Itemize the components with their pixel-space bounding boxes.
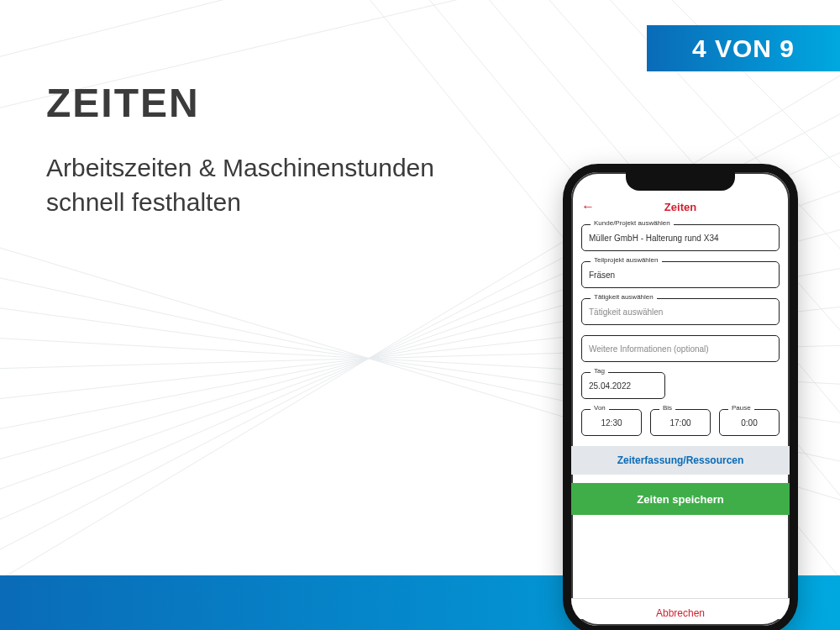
from-input-label: Von: [591, 404, 609, 412]
day-input-value: 25.04.2022: [589, 381, 631, 391]
day-input[interactable]: Tag 25.04.2022: [581, 372, 665, 399]
phone-notch: [626, 172, 735, 191]
page-subtitle: Arbeitszeiten & Maschinenstunden schnell…: [46, 151, 441, 219]
subproject-select-label: Teilprojekt auswählen: [591, 256, 662, 264]
day-input-label: Tag: [591, 367, 608, 375]
project-select-value: Müller GmbH - Halterung rund X34: [589, 234, 719, 243]
to-input-label: Bis: [659, 404, 675, 412]
app-screen: ← Zeiten Kunde/Projekt auswählen Müller …: [571, 172, 790, 626]
activity-select-label: Tätigkeit auswählen: [591, 293, 657, 301]
time-form: Kunde/Projekt auswählen Müller GmbH - Ha…: [571, 219, 790, 626]
cancel-button[interactable]: Abbrechen: [571, 598, 790, 619]
from-input[interactable]: Von 12:30: [581, 409, 642, 436]
slide: 4 VON 9 ZEITEN Arbeitszeiten & Maschinen…: [0, 0, 840, 630]
pause-input-label: Pause: [728, 404, 754, 412]
from-input-value: 12:30: [601, 418, 622, 428]
resources-link[interactable]: Zeiterfassung/Ressourcen: [571, 446, 790, 475]
notes-input-placeholder: Weitere Informationen (optional): [589, 344, 709, 354]
to-input[interactable]: Bis 17:00: [650, 409, 711, 436]
page-counter-badge: 4 VON 9: [647, 25, 840, 71]
app-header-title: Zeiten: [664, 201, 696, 213]
pause-input[interactable]: Pause 0:00: [719, 409, 780, 436]
subproject-select[interactable]: Teilprojekt auswählen Fräsen: [581, 261, 780, 288]
back-arrow-icon[interactable]: ←: [581, 199, 595, 214]
activity-select[interactable]: Tätigkeit auswählen Tätigkeit auswählen: [581, 298, 780, 325]
pause-input-value: 0:00: [741, 418, 757, 428]
page-title: ZEITEN: [46, 80, 200, 126]
to-input-value: 17:00: [669, 418, 690, 428]
save-button[interactable]: Zeiten speichern: [571, 483, 790, 515]
notes-input[interactable]: Weitere Informationen (optional): [581, 335, 780, 362]
project-select[interactable]: Kunde/Projekt auswählen Müller GmbH - Ha…: [581, 224, 780, 251]
activity-select-value: Tätigkeit auswählen: [589, 307, 663, 317]
phone-mockup: ← Zeiten Kunde/Projekt auswählen Müller …: [563, 164, 798, 630]
project-select-label: Kunde/Projekt auswählen: [591, 219, 674, 227]
app-header: ← Zeiten: [571, 194, 790, 219]
subproject-select-value: Fräsen: [589, 270, 615, 280]
